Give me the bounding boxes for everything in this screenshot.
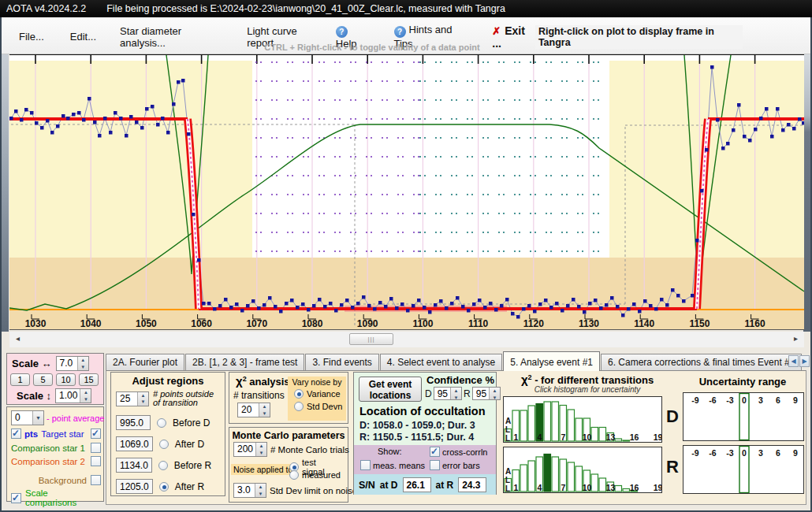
target-star-checkbox[interactable]	[91, 429, 101, 439]
chi2-analysis-panel: χ2 analysis # transitions 20▲▼ Vary nois…	[229, 372, 348, 424]
svg-text:-3: -3	[726, 395, 733, 405]
hscroll-thumb[interactable]: |||	[349, 333, 393, 345]
tab-4[interactable]: 4. Select event to analyse	[380, 354, 502, 371]
region-radio-1[interactable]	[157, 418, 166, 428]
scale-preset-buttons: 151015	[10, 373, 99, 386]
svg-text:3: 3	[758, 448, 763, 458]
scale-preset-10[interactable]: 10	[56, 373, 76, 386]
stddev-limit-stepper[interactable]: 3.0▲▼	[233, 483, 266, 498]
sn-at-r-label: at R	[436, 480, 454, 491]
show-label: Show:	[378, 447, 402, 456]
confidence-label: Confidence %	[425, 374, 496, 386]
region-value-2: 1069.0	[116, 436, 153, 451]
scale-h-label: Scale ↔	[12, 358, 52, 369]
comp1-label: Comparison star 1	[11, 443, 85, 453]
menu-file[interactable]: File...	[19, 31, 44, 43]
app-window: AOTA v4.2024.2.2 File being processed is…	[0, 0, 812, 512]
pts-checkbox[interactable]	[11, 429, 21, 439]
sn-at-d-label: at D	[380, 480, 398, 491]
menu-star-diameter[interactable]: Star diameter analysis...	[120, 25, 225, 49]
point-average-label: - point average	[47, 414, 104, 423]
menu-edit[interactable]: Edit...	[70, 31, 96, 43]
menu-bar: File... Edit... Star diameter analysis..…	[2, 17, 810, 54]
show-options-box: Show: cross-corrln meas. means error bar…	[354, 445, 496, 474]
svg-text:4: 4	[538, 432, 542, 442]
svg-text:6: 6	[776, 448, 780, 458]
comp1-checkbox[interactable]	[91, 443, 101, 453]
point-average-select[interactable]: 0▼	[11, 410, 44, 425]
noise-applied-radio-2[interactable]	[289, 470, 299, 480]
confidence-d-stepper[interactable]: 95▲▼	[434, 387, 462, 400]
svg-text:1080: 1080	[302, 318, 323, 329]
uncertainty-d-box: -9-6-30369	[683, 392, 804, 441]
confidence-r-stepper[interactable]: 95▲▼	[472, 387, 501, 400]
svg-text:1160: 1160	[745, 318, 765, 329]
histogram-d[interactable]: ALL14710131619	[503, 396, 662, 443]
scale-preset-5[interactable]: 5	[33, 373, 53, 386]
monte-carlo-panel: Monte Carlo parameters 200▲▼ # Monte Car…	[229, 427, 348, 503]
vary-noise-box: Vary noise by VarianceStd Devn	[288, 377, 346, 421]
light-curve-plot[interactable]: 1030104010501060107010801090110011101120…	[9, 54, 804, 330]
tab-5[interactable]: 5. Analyse event #1	[503, 351, 600, 371]
adjust-row-after-d: 1069.0After D	[116, 436, 204, 451]
vary-noise-Variance: Variance	[294, 389, 341, 399]
background-checkbox[interactable]	[91, 475, 101, 485]
stddev-limit-label: Std Dev limit on noise	[270, 486, 357, 495]
svg-text:7: 7	[561, 483, 566, 492]
sn-box: S/N at D 26.1 at R 24.3	[354, 474, 496, 495]
tab-1[interactable]: 2A. Fourier plot	[106, 354, 184, 371]
monte-carlo-trials-stepper[interactable]: 200▲▼	[233, 442, 267, 457]
svg-text:1090: 1090	[357, 318, 378, 329]
scale-preset-15[interactable]: 15	[79, 373, 99, 386]
sn-label: S/N	[359, 480, 375, 491]
tab-scroll-right-icon[interactable]: ▶	[799, 355, 810, 367]
region-radio-3[interactable]	[158, 461, 168, 470]
svg-text:9: 9	[793, 395, 798, 405]
meas-means-checkbox[interactable]	[360, 460, 371, 470]
tab-2[interactable]: 2B. [1, 2 & 3] - frame test	[185, 354, 304, 371]
svg-text:L: L	[505, 476, 510, 484]
tab-3[interactable]: 3. Find events	[305, 354, 378, 371]
right-plot-scrollbar[interactable]	[803, 54, 810, 332]
hints-icon: ?	[394, 26, 406, 38]
transitions-title: χ2 - for different transitions	[501, 373, 673, 386]
r-location-line: R: 1150.5 - 1151.5; Dur. 4	[359, 432, 474, 443]
scale-v-stepper[interactable]: 1.00▲▼	[55, 388, 91, 403]
d-location-line: D: 1058.0 - 1059.0; Dur. 3	[359, 420, 475, 431]
vary-noise-radio-2[interactable]	[294, 402, 304, 411]
region-value-1: 995.0	[116, 415, 151, 430]
points-outside-stepper[interactable]: 25▲▼	[116, 391, 149, 406]
tab-scroll-buttons: ◀ ▶	[788, 355, 810, 367]
svg-text:-3: -3	[726, 448, 733, 458]
plot-canvas[interactable]: 1030104010501060107010801090110011101120…	[9, 55, 804, 329]
svg-text:10: 10	[583, 483, 592, 492]
hscroll-right-icon[interactable]: ▸	[794, 334, 798, 343]
svg-text:1130: 1130	[579, 318, 599, 329]
region-value-4: 1205.0	[116, 479, 153, 494]
svg-text:1060: 1060	[191, 318, 212, 329]
help-icon: ?	[336, 26, 348, 38]
plot-hscrollbar[interactable]: ◂ ▸ |||	[9, 332, 804, 347]
region-radio-2[interactable]	[159, 440, 169, 449]
vary-noise-radio-1[interactable]	[294, 389, 304, 399]
scale-comparisons-checkbox[interactable]	[11, 493, 21, 503]
tab-scroll-left-icon[interactable]: ◀	[788, 355, 799, 367]
noise-applied-label: Noise applied to	[231, 464, 295, 475]
region-label-1: Before D	[173, 417, 210, 429]
scale-preset-1[interactable]: 1	[10, 373, 30, 386]
comp2-checkbox[interactable]	[91, 456, 101, 466]
region-label-3: Before R	[174, 460, 211, 471]
transitions-count-stepper[interactable]: 20▲▼	[237, 403, 270, 417]
histogram-r[interactable]: ALL14710131619	[503, 447, 662, 493]
svg-text:9: 9	[793, 448, 798, 458]
tab-strip: 2A. Fourier plot2B. [1, 2 & 3] - frame t…	[106, 351, 803, 371]
get-event-locations-button[interactable]: Get eventlocations	[359, 377, 422, 402]
tab-6[interactable]: 6. Camera corrections & final times Even…	[601, 354, 802, 371]
svg-text:6: 6	[776, 395, 780, 405]
region-radio-4[interactable]	[159, 482, 169, 492]
hscroll-left-icon[interactable]: ◂	[16, 334, 20, 343]
cross-corrln-checkbox[interactable]	[430, 447, 440, 457]
scale-h-stepper[interactable]: 7.0▲▼	[56, 356, 89, 371]
error-bars-checkbox[interactable]	[430, 460, 440, 470]
file-path-title: File being processed is E:\2024-02-23\ia…	[106, 3, 505, 14]
